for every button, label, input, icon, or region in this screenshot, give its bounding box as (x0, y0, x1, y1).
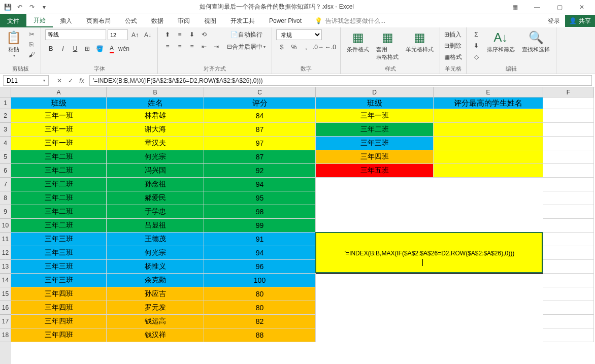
decrease-font-icon[interactable]: A↓ (142, 30, 153, 40)
cell-B8[interactable]: 郝爱民 (107, 191, 204, 205)
cell-C14[interactable]: 100 (204, 274, 316, 287)
row-header-1[interactable]: 1 (0, 97, 11, 109)
tab-pivot[interactable]: Power Pivot (262, 14, 309, 27)
cell-B4[interactable]: 章汉夫 (107, 137, 204, 150)
qat-more-icon[interactable]: ▾ (39, 2, 50, 13)
row-header-2[interactable]: 2 (0, 109, 11, 123)
cell-F13[interactable] (543, 260, 594, 274)
close-icon[interactable]: ✕ (573, 2, 591, 13)
increase-font-icon[interactable]: A↑ (129, 30, 141, 40)
indent-dec-icon[interactable]: ⇤ (199, 42, 210, 52)
tab-data[interactable]: 数据 (144, 14, 171, 27)
cell-F2[interactable] (543, 109, 594, 123)
autosum-icon[interactable]: Σ (471, 29, 482, 40)
row-header-6[interactable]: 6 (0, 164, 11, 178)
cell-B18[interactable]: 钱汉祥 (107, 328, 204, 342)
decrease-decimal-icon[interactable]: ←.0 (325, 42, 336, 52)
cell-E2[interactable] (434, 109, 543, 123)
redo-icon[interactable]: ↷ (26, 2, 38, 13)
italic-icon[interactable]: I (57, 44, 69, 54)
cell-B15[interactable]: 孙应吉 (107, 287, 204, 301)
cell-D5[interactable]: 三年四班 (316, 150, 434, 164)
cell-styles-button[interactable]: ▦单元格样式 (404, 29, 436, 54)
row-header-18[interactable]: 18 (0, 328, 11, 342)
cell-C9[interactable]: 98 (204, 205, 316, 219)
tab-dev[interactable]: 开发工具 (223, 14, 262, 27)
cell-B11[interactable]: 王德茂 (107, 233, 204, 246)
number-format-select[interactable]: 常规 (276, 29, 322, 40)
format-painter-icon[interactable]: 🖌 (26, 50, 37, 59)
row-header-16[interactable]: 16 (0, 301, 11, 315)
border-icon[interactable]: ⊞ (82, 44, 93, 54)
copy-icon[interactable]: ⎘ (26, 40, 37, 49)
cell-B2[interactable]: 林君雄 (107, 109, 204, 123)
cell-A9[interactable]: 三年二班 (11, 205, 107, 219)
cell-F6[interactable] (543, 164, 594, 178)
font-name-select[interactable] (45, 29, 106, 40)
cell-A7[interactable]: 三年二班 (11, 178, 107, 191)
row-header-3[interactable]: 3 (0, 123, 11, 137)
cell-C13[interactable]: 96 (204, 260, 316, 274)
cell-B5[interactable]: 何光宗 (107, 150, 204, 164)
cell-B13[interactable]: 杨惟义 (107, 260, 204, 274)
cell-E6[interactable] (434, 164, 543, 178)
cell-F16[interactable] (543, 301, 594, 315)
sort-filter-button[interactable]: A↓排序和筛选 (485, 29, 517, 54)
cell-F8[interactable] (543, 191, 594, 205)
cell-D1[interactable]: 班级 (316, 97, 434, 109)
tab-view[interactable]: 视图 (197, 14, 223, 27)
select-all-corner[interactable] (0, 87, 11, 97)
percent-icon[interactable]: % (288, 42, 300, 52)
cell-C16[interactable]: 80 (204, 301, 316, 315)
cell-C1[interactable]: 评分 (204, 97, 316, 109)
tab-home[interactable]: 开始 (26, 14, 53, 27)
formula-bar[interactable]: '=INDEX(B:B,MAX(IF($A$2:$A$26=D2,ROW($A$… (89, 75, 592, 86)
cell-F3[interactable] (543, 123, 594, 137)
format-cells-button[interactable]: ▦ 格式 (444, 52, 462, 62)
row-header-17[interactable]: 17 (0, 315, 11, 328)
col-header-B[interactable]: B (107, 87, 204, 97)
cell-B16[interactable]: 罗元发 (107, 301, 204, 315)
cell-F12[interactable] (543, 246, 594, 260)
col-header-A[interactable]: A (11, 87, 107, 97)
cell-C5[interactable]: 87 (204, 150, 316, 164)
row-header-9[interactable]: 9 (0, 205, 11, 219)
col-header-D[interactable]: D (316, 87, 434, 97)
cell-B1[interactable]: 姓名 (107, 97, 204, 109)
cell-F10[interactable] (543, 219, 594, 233)
cell-C17[interactable]: 82 (204, 315, 316, 328)
increase-decimal-icon[interactable]: .0→ (313, 42, 324, 52)
minimize-icon[interactable]: — (528, 2, 546, 13)
align-middle-icon[interactable]: ≡ (174, 29, 185, 40)
cell-B10[interactable]: 吕显祖 (107, 219, 204, 233)
cell-B17[interactable]: 钱运高 (107, 315, 204, 328)
name-box[interactable]: D11▾ (3, 75, 49, 86)
cell-C18[interactable]: 88 (204, 328, 316, 342)
cell-F14[interactable] (543, 274, 594, 287)
bold-icon[interactable]: B (45, 44, 56, 54)
cell-F9[interactable] (543, 205, 594, 219)
cell-C8[interactable]: 95 (204, 191, 316, 205)
cell-F15[interactable] (543, 287, 594, 301)
row-header-13[interactable]: 13 (0, 260, 11, 274)
row-header-5[interactable]: 5 (0, 150, 11, 164)
save-icon[interactable]: 💾 (2, 2, 13, 13)
cell-A15[interactable]: 三年四班 (11, 287, 107, 301)
cell-A4[interactable]: 三年一班 (11, 137, 107, 150)
maximize-icon[interactable]: ▢ (550, 2, 569, 13)
cell-C3[interactable]: 87 (204, 123, 316, 137)
align-right-icon[interactable]: ≡ (186, 42, 197, 52)
row-header-10[interactable]: 10 (0, 219, 11, 233)
comma-icon[interactable]: , (301, 42, 312, 52)
cell-A11[interactable]: 三年三班 (11, 233, 107, 246)
cell-B14[interactable]: 余克勤 (107, 274, 204, 287)
col-header-F[interactable]: F (543, 87, 594, 97)
cell-B9[interactable]: 于学忠 (107, 205, 204, 219)
undo-icon[interactable]: ↶ (14, 2, 25, 13)
align-top-icon[interactable]: ⬆ (162, 29, 173, 40)
cell-B12[interactable]: 何光宗 (107, 246, 204, 260)
cell-F1[interactable] (543, 97, 594, 109)
col-header-E[interactable]: E (434, 87, 543, 97)
cell-D4[interactable]: 三年三班 (316, 137, 434, 150)
align-bottom-icon[interactable]: ⬇ (186, 29, 197, 40)
